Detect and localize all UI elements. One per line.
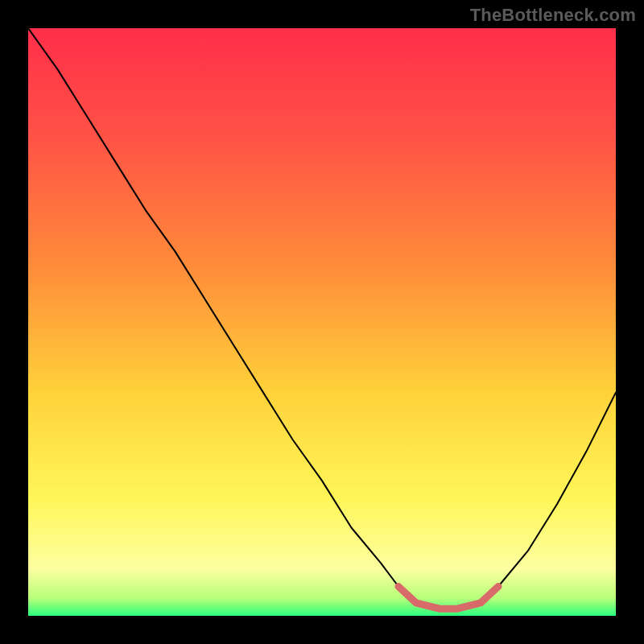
gradient-background (28, 28, 616, 616)
plot-area (28, 28, 616, 616)
chart-container: TheBottleneck.com (0, 0, 644, 644)
chart-svg (28, 28, 616, 616)
watermark-text: TheBottleneck.com (470, 5, 636, 26)
